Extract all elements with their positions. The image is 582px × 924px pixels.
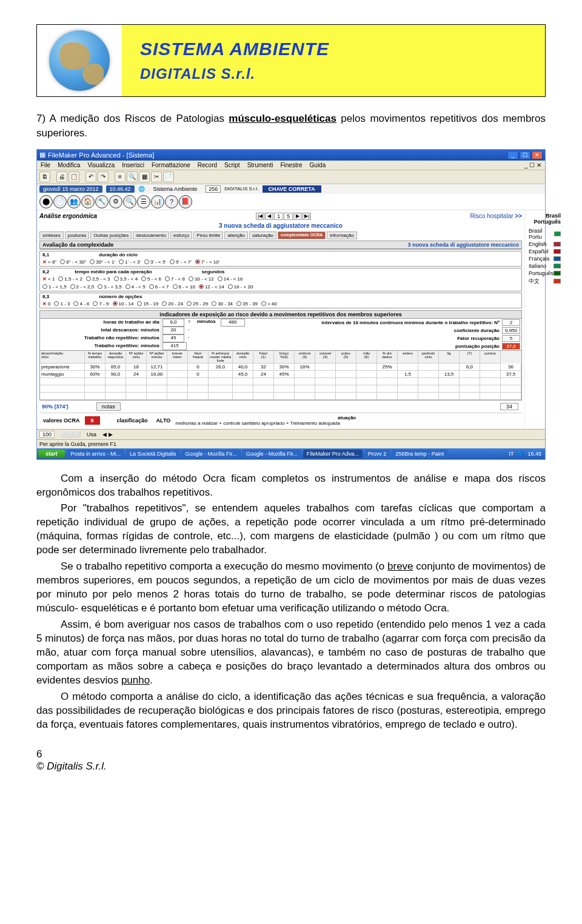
- toolbar-copy-icon[interactable]: 📋: [69, 171, 79, 182]
- intervalos-input[interactable]: 2: [502, 319, 520, 326]
- radio-option[interactable]: 4 - 6: [73, 301, 89, 307]
- toolbar-new-icon[interactable]: 🗎: [39, 171, 50, 182]
- radio-option[interactable]: 10 - < 12: [189, 276, 214, 282]
- menu-guida[interactable]: Guida: [310, 162, 326, 168]
- radio-option[interactable]: 8" - < 30": [60, 259, 86, 265]
- nav-circle-icon[interactable]: ⬤: [39, 195, 53, 208]
- taskbar-item[interactable]: Provv 2: [364, 450, 390, 458]
- taskbar-item[interactable]: Posta in arrivo - Mi...: [67, 450, 125, 458]
- tab-informacao[interactable]: informação: [327, 231, 357, 239]
- toolbar-print-icon[interactable]: 🖨: [56, 171, 67, 182]
- notas-button[interactable]: notas: [96, 402, 121, 411]
- tray-network-icon[interactable]: 🔵: [517, 451, 524, 457]
- radio-option[interactable]: 30" - < 1': [90, 259, 115, 265]
- tab-sinteses[interactable]: sínteses: [39, 231, 64, 239]
- minimize-button[interactable]: _: [507, 151, 518, 159]
- first-record-button[interactable]: |◀: [256, 213, 264, 220]
- nav-help-icon[interactable]: ?: [165, 195, 178, 208]
- last-record-button[interactable]: ▶|: [303, 213, 311, 220]
- radio-option[interactable]: 25 - 29: [187, 301, 208, 307]
- nav-search-icon[interactable]: 🔍: [123, 195, 136, 208]
- language-item[interactable]: Italiano: [529, 262, 561, 270]
- nav-book-icon[interactable]: 📕: [179, 195, 192, 208]
- radio-option[interactable]: 2,5 - < 3: [86, 276, 110, 282]
- taskbar-item[interactable]: Google - Mozilla Fir...: [242, 450, 301, 458]
- radio-option[interactable]: 14 - < 16: [218, 276, 243, 282]
- language-item[interactable]: 中文: [529, 277, 561, 286]
- tab-saturacao[interactable]: saturação: [249, 231, 276, 239]
- prev-record-button[interactable]: ◀: [265, 213, 273, 220]
- nav-people-icon[interactable]: 👥: [67, 195, 81, 208]
- language-item[interactable]: Español: [529, 248, 561, 255]
- radio-option[interactable]: 20 - 24: [162, 301, 183, 307]
- menu-record[interactable]: Record: [198, 162, 217, 168]
- radio-option[interactable]: 3 - < 3,5: [98, 284, 122, 290]
- risco-hospitalar-link[interactable]: Risco hospitalar >>: [470, 213, 522, 219]
- radio-option[interactable]: 5 - < 6: [141, 276, 161, 282]
- radio-option[interactable]: 12 - < 14: [199, 284, 224, 290]
- nav-house-icon[interactable]: 🏠: [81, 195, 95, 208]
- radio-option[interactable]: 30 - 34: [212, 301, 233, 307]
- menu-formattazione[interactable]: Formattazione: [152, 162, 190, 168]
- radio-option[interactable]: 3,5 - < 4: [114, 276, 138, 282]
- taskbar-item[interactable]: La Società Digitalis: [126, 450, 180, 458]
- radio-option[interactable]: 15 - 19: [137, 301, 158, 307]
- radio-option[interactable]: 3' - < 5': [144, 259, 166, 265]
- maximize-button[interactable]: ☐: [520, 151, 530, 159]
- tab-peso[interactable]: Peso limite: [193, 231, 223, 239]
- menu-script[interactable]: Script: [224, 162, 240, 168]
- radio-option[interactable]: > 40: [261, 301, 277, 307]
- taskbar-item[interactable]: 256Bra temp - Paint: [392, 450, 447, 458]
- menu-inserisci[interactable]: Inserisci: [122, 162, 144, 168]
- language-item[interactable]: English: [529, 241, 561, 248]
- tab-posturas[interactable]: posturas: [65, 231, 90, 239]
- next-record-button[interactable]: ▶: [293, 213, 302, 220]
- toolbar-sort-icon[interactable]: ≡: [115, 171, 125, 182]
- toolbar-cut-icon[interactable]: ✂: [151, 171, 162, 182]
- radio-option[interactable]: ✕ < 8": [42, 259, 56, 265]
- radio-option[interactable]: 8 - < 10: [173, 284, 195, 290]
- toolbar-view-icon[interactable]: ▦: [139, 171, 150, 182]
- radio-option[interactable]: 7 - < 8: [165, 276, 185, 282]
- radio-option[interactable]: ✕ 0: [42, 301, 50, 307]
- radio-option[interactable]: 1 - < 1,5: [42, 284, 67, 290]
- radio-option[interactable]: 35 - 39: [236, 301, 258, 307]
- toolbar-find-icon[interactable]: 🔍: [127, 171, 138, 182]
- tab-deslocamento[interactable]: deslocamento: [133, 231, 169, 239]
- nav-tool-icon[interactable]: 🔧: [95, 195, 109, 208]
- radio-option[interactable]: 5' - < 7': [170, 259, 192, 265]
- language-item[interactable]: Français: [529, 255, 561, 262]
- toolbar-redo-icon[interactable]: ↷: [98, 171, 109, 182]
- radio-option[interactable]: 16 - < 20: [228, 284, 253, 290]
- radio-option[interactable]: 1 - 3: [54, 301, 70, 307]
- menu-modifica[interactable]: Modifica: [58, 162, 80, 168]
- close-button[interactable]: ✕: [532, 151, 543, 159]
- radio-option[interactable]: 10 - 14: [113, 301, 134, 307]
- menu-visualizza[interactable]: Visualizza: [87, 162, 115, 168]
- tab-outras[interactable]: Outras posições: [90, 231, 132, 239]
- radio-option[interactable]: 1,5 - < 2: [58, 276, 82, 282]
- nav-gear-icon[interactable]: ⚙: [109, 195, 122, 208]
- start-button[interactable]: start: [38, 450, 65, 458]
- taskbar-item[interactable]: FileMaker Pro Adva...: [303, 450, 363, 458]
- menubar[interactable]: File Modifica Visualizza Inserisci Forma…: [37, 161, 545, 170]
- nav-report-icon[interactable]: 📊: [151, 195, 164, 208]
- language-item[interactable]: Brasil Portu: [529, 227, 561, 241]
- menu-strumenti[interactable]: Strumenti: [247, 162, 273, 168]
- tab-esforco[interactable]: esforço: [170, 231, 192, 239]
- toolbar-undo-icon[interactable]: ↶: [85, 171, 96, 182]
- taskbar-item[interactable]: Google - Mozilla Fir...: [182, 450, 241, 458]
- menu-file[interactable]: File: [41, 162, 50, 168]
- radio-option[interactable]: 7' - < 10': [195, 259, 219, 265]
- radio-option[interactable]: 2 - < 2,5: [70, 284, 95, 290]
- nav-doc-icon[interactable]: 📄: [53, 195, 67, 208]
- nav-list-icon[interactable]: ☰: [137, 195, 150, 208]
- language-item[interactable]: Português: [529, 270, 561, 277]
- radio-option[interactable]: 7 - 9: [93, 301, 109, 307]
- radio-option[interactable]: ✕ < 1: [42, 276, 55, 282]
- tab-ocra[interactable]: complexidade OCRA: [278, 231, 326, 239]
- radio-option[interactable]: 1' - < 3': [119, 259, 141, 265]
- radio-option[interactable]: 6 - < 7: [149, 284, 169, 290]
- radio-option[interactable]: 4 - < 5: [125, 284, 146, 290]
- tray-lang[interactable]: IT: [509, 451, 513, 457]
